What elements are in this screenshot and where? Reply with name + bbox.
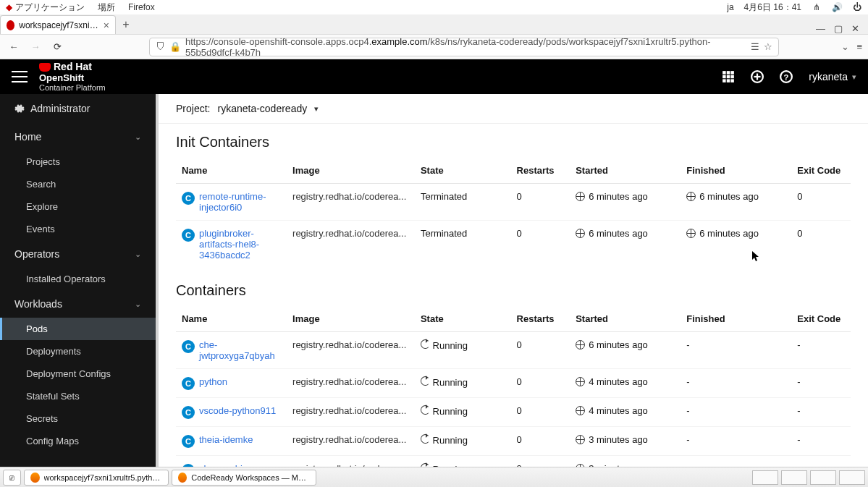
- table-header[interactable]: Name: [176, 306, 287, 332]
- window-maximize-icon[interactable]: ▢: [834, 23, 843, 34]
- nav-deployments[interactable]: Deployments: [0, 340, 156, 363]
- nav-events[interactable]: Events: [0, 218, 156, 240]
- volume-icon[interactable]: 🔊: [832, 2, 842, 12]
- bookmark-icon[interactable]: ☆: [764, 41, 772, 52]
- started-cell: 6 minutes ago: [570, 332, 681, 369]
- svg-text:?: ?: [784, 73, 789, 82]
- table-header[interactable]: State: [415, 306, 511, 332]
- taskbar-item-2[interactable]: CodeReady Workspaces — Mozilla …: [172, 470, 316, 486]
- user-menu[interactable]: rykaneta ▾: [809, 71, 856, 82]
- add-icon[interactable]: [751, 70, 764, 83]
- perspective-switcher[interactable]: Administrator: [0, 94, 156, 123]
- gnome-firefox-menu[interactable]: Firefox: [128, 2, 155, 12]
- table-row: Cche-machine-execq70registry.redhat.io/c…: [176, 456, 851, 467]
- table-header[interactable]: Image: [287, 158, 415, 184]
- workspace-2[interactable]: [781, 470, 807, 485]
- workspace-1[interactable]: [752, 470, 778, 485]
- table-header[interactable]: Restarts: [511, 306, 570, 332]
- globe-icon: [686, 192, 696, 201]
- nav-workloads[interactable]: Workloads⌄: [0, 290, 156, 318]
- back-button[interactable]: ←: [6, 39, 22, 55]
- apps-grid-icon[interactable]: [722, 70, 735, 83]
- gnome-places-menu[interactable]: 場所: [98, 1, 115, 14]
- main-content[interactable]: Project: rykaneta-codeready ▾ Init Conta…: [156, 94, 868, 467]
- new-tab-button[interactable]: +: [116, 15, 136, 34]
- help-icon[interactable]: ?: [780, 70, 793, 83]
- state-cell: Running: [415, 332, 511, 369]
- container-badge: C: [182, 377, 195, 390]
- table-header[interactable]: Exit Code: [791, 306, 851, 332]
- started-cell: 3 minutes ago: [570, 456, 681, 467]
- table-header[interactable]: Started: [570, 306, 681, 332]
- table-header[interactable]: Name: [176, 158, 287, 184]
- nav-stateful-sets[interactable]: Stateful Sets: [0, 385, 156, 407]
- browser-menu-icon[interactable]: ≡: [856, 41, 862, 52]
- reader-icon[interactable]: ☰: [751, 41, 759, 52]
- nav-search[interactable]: Search: [0, 173, 156, 195]
- container-link[interactable]: vscode-python911: [199, 405, 276, 416]
- network-icon[interactable]: ⋔: [812, 2, 822, 12]
- nav-operators[interactable]: Operators⌄: [0, 240, 156, 268]
- workspace-3[interactable]: [810, 470, 836, 485]
- window-minimize-icon[interactable]: —: [816, 23, 825, 34]
- taskbar-item-1[interactable]: workspacejyf7sxni1xrultr5.python-5…: [24, 470, 169, 486]
- container-link[interactable]: che-jwtproxyga7qbyah: [199, 339, 281, 361]
- table-header[interactable]: Exit Code: [791, 158, 851, 184]
- globe-icon: [576, 192, 585, 201]
- table-row: Cche-jwtproxyga7qbyahregistry.redhat.io/…: [176, 332, 851, 369]
- image-cell: registry.redhat.io/coderea...: [287, 427, 415, 456]
- container-badge: C: [182, 406, 195, 419]
- forward-button[interactable]: →: [28, 39, 43, 55]
- container-link[interactable]: pluginbroker-artifacts-rhel8-3436bacdc2: [199, 228, 281, 261]
- table-header[interactable]: Started: [570, 158, 681, 184]
- tab-title: workspacejyf7sxni1xrultr5: [19, 20, 99, 30]
- svg-rect-6: [722, 79, 726, 82]
- table-header[interactable]: Finished: [681, 158, 791, 184]
- workspace-4[interactable]: [839, 470, 865, 485]
- table-header[interactable]: Image: [287, 306, 415, 332]
- nav-projects[interactable]: Projects: [0, 151, 156, 173]
- window-close-icon[interactable]: ✕: [851, 23, 859, 34]
- chevron-down-icon: ▾: [314, 104, 319, 114]
- nav-toggle[interactable]: [12, 71, 28, 82]
- nav-pods[interactable]: Pods: [0, 318, 156, 340]
- state-cell: Running: [415, 369, 511, 398]
- gnome-apps-menu[interactable]: ◆ アプリケーション: [6, 1, 85, 14]
- table-header[interactable]: Restarts: [511, 158, 570, 184]
- reload-button[interactable]: ⟳: [49, 39, 65, 55]
- gnome-clock[interactable]: 4月6日 16：41: [744, 1, 801, 14]
- tab-close-icon[interactable]: ×: [104, 20, 109, 31]
- svg-rect-2: [731, 71, 735, 75]
- container-link[interactable]: remote-runtime-injector6i0: [199, 191, 281, 213]
- exit-cell: -: [791, 398, 851, 427]
- brand-logo[interactable]: Red Hat OpenShift Container Platform: [39, 62, 106, 92]
- nav-explore[interactable]: Explore: [0, 195, 156, 218]
- nav-config-maps[interactable]: Config Maps: [0, 430, 156, 452]
- container-link[interactable]: theia-idemke: [199, 434, 253, 445]
- table-row: Cremote-runtime-injector6i0registry.redh…: [176, 184, 851, 221]
- nav-home[interactable]: Home⌄: [0, 123, 156, 151]
- chevron-down-icon: ▾: [852, 72, 856, 82]
- restarts-cell: 0: [511, 369, 570, 398]
- project-selector[interactable]: Project: rykaneta-codeready ▾: [159, 94, 868, 124]
- container-link[interactable]: python: [199, 376, 227, 387]
- table-row: Cpluginbroker-artifacts-rhel8-3436bacdc2…: [176, 221, 851, 268]
- nav-secrets[interactable]: Secrets: [0, 407, 156, 430]
- exit-cell: -: [791, 427, 851, 456]
- taskbar-show-desktop[interactable]: ⎚: [3, 470, 21, 486]
- url-bar[interactable]: ⛉ 🔒 https://console-openshift-console.ap…: [149, 38, 779, 56]
- nav-installed-operators[interactable]: Installed Operators: [0, 268, 156, 290]
- gnome-lang[interactable]: ja: [727, 2, 733, 12]
- started-cell: 6 minutes ago: [570, 221, 681, 268]
- pocket-icon[interactable]: ⌄: [841, 41, 849, 52]
- table-header[interactable]: State: [415, 158, 511, 184]
- browser-toolbar: ← → ⟳ ⛉ 🔒 https://console-openshift-cons…: [0, 35, 868, 59]
- svg-rect-4: [727, 75, 730, 79]
- browser-tab[interactable]: workspacejyf7sxni1xrultr5 ×: [0, 15, 116, 34]
- restarts-cell: 0: [511, 332, 570, 369]
- power-icon[interactable]: ⏻: [852, 2, 862, 12]
- table-header[interactable]: Finished: [681, 306, 791, 332]
- container-link[interactable]: che-machine-execq70: [199, 463, 281, 467]
- firefox-icon: [178, 473, 187, 483]
- nav-deployment-configs[interactable]: Deployment Configs: [0, 363, 156, 385]
